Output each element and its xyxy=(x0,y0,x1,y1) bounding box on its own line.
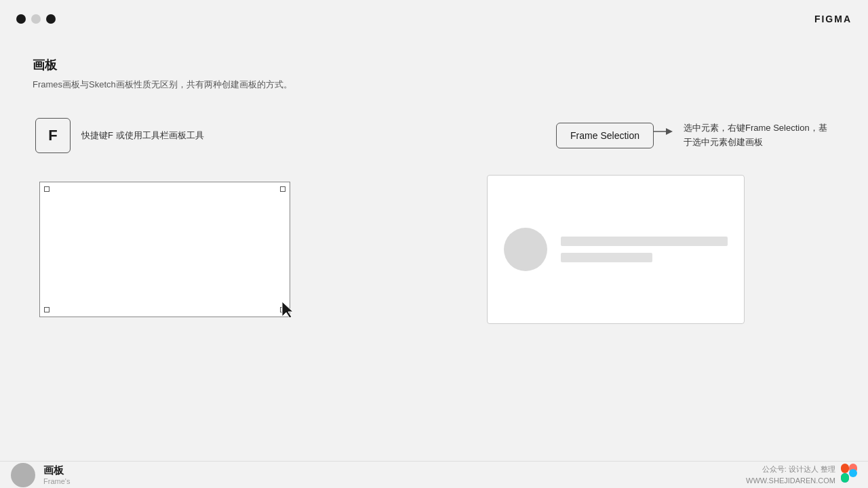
diagrams-row xyxy=(33,175,835,324)
frame-box xyxy=(39,182,290,317)
frame-diagram-left xyxy=(33,175,297,324)
bottom-title: 画板 xyxy=(43,464,70,477)
dot-gray xyxy=(31,14,41,24)
logo-circle xyxy=(11,463,35,487)
section-title: 画板 xyxy=(33,57,835,73)
bottom-titles: 画板 Frame's xyxy=(43,464,70,485)
bottom-right: 公众号: 设计达人 整理 WWW.SHEJIDAREN.COM xyxy=(746,464,857,487)
handle-bl xyxy=(44,307,50,312)
svg-point-6 xyxy=(849,469,857,477)
wireframe-avatar xyxy=(504,228,547,271)
svg-rect-7 xyxy=(841,473,849,483)
arrow-group xyxy=(654,125,675,146)
bottom-left: 画板 Frame's xyxy=(11,463,70,487)
cursor-icon xyxy=(281,300,296,323)
shortcuts-row: F 快捷键F 或使用工具栏画板工具 Frame Selection 选中元素，右… xyxy=(33,118,835,153)
wireframe-line-short xyxy=(561,253,652,262)
shortcut-right-desc: 选中元素，右键Frame Selection，基于选中元素创建画板 xyxy=(684,121,833,150)
section-desc: Frames画板与Sketch画板性质无区别，共有两种创建画板的方式。 xyxy=(33,79,835,91)
wireframe-line-long xyxy=(561,237,728,246)
svg-marker-2 xyxy=(282,302,293,318)
main-content: 画板 Frames画板与Sketch画板性质无区别，共有两种创建画板的方式。 F… xyxy=(0,38,868,461)
svg-rect-3 xyxy=(841,464,849,473)
key-box-f: F xyxy=(35,118,71,153)
handle-tr xyxy=(280,186,285,192)
bottom-bar: 画板 Frame's 公众号: 设计达人 整理 WWW.SHEJIDAREN.C… xyxy=(0,461,868,488)
arrow-icon xyxy=(654,125,675,146)
shortcut-left: F 快捷键F 或使用工具栏画板工具 xyxy=(35,118,204,153)
bottom-right-line2: WWW.SHEJIDAREN.COM xyxy=(746,475,835,487)
bottom-subtitle: Frame's xyxy=(43,477,70,485)
wireframe-lines xyxy=(561,237,728,262)
shortcut-right: Frame Selection 选中元素，右键Frame Selection，基… xyxy=(556,121,833,150)
traffic-lights xyxy=(16,14,56,24)
bottom-right-text: 公众号: 设计达人 整理 WWW.SHEJIDAREN.COM xyxy=(746,464,835,486)
bottom-right-line1: 公众号: 设计达人 整理 xyxy=(746,464,835,475)
frame-diagram-right xyxy=(487,175,745,324)
svg-marker-1 xyxy=(666,128,673,135)
dot-black2 xyxy=(46,14,56,24)
topbar: FIGMA xyxy=(0,0,868,38)
dot-black1 xyxy=(16,14,26,24)
frame-selection-button[interactable]: Frame Selection xyxy=(556,123,654,148)
figma-logo-icon xyxy=(841,464,857,487)
shortcut-left-label: 快捷键F 或使用工具栏画板工具 xyxy=(81,129,204,142)
app-title: FIGMA xyxy=(814,14,852,24)
handle-tl xyxy=(44,186,50,192)
